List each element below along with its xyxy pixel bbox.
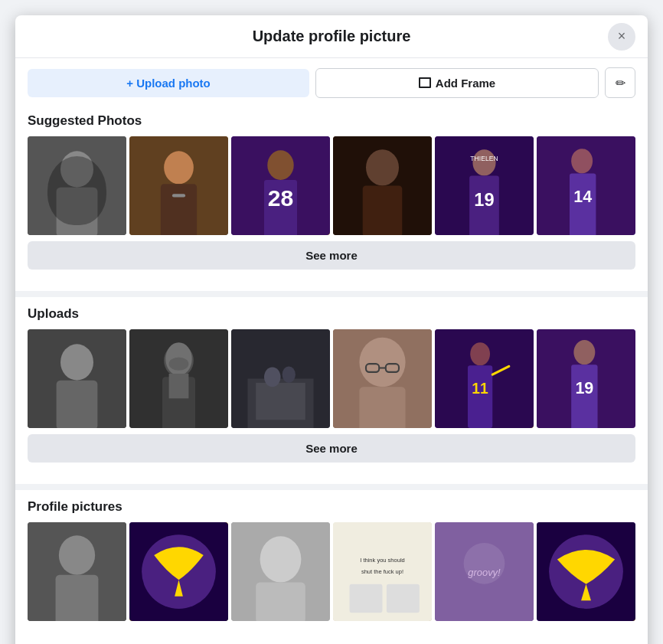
add-frame-button[interactable]: Add Frame (315, 68, 599, 98)
photo-svg (129, 136, 228, 235)
uploads-section: Uploads (15, 300, 648, 481)
svg-rect-31 (169, 374, 189, 398)
suggested-photo-3[interactable]: 28 (231, 136, 330, 235)
photo-inner: 14 (537, 136, 635, 235)
photo-svg (333, 136, 432, 235)
svg-rect-6 (172, 194, 185, 197)
photo-inner: 19 (537, 329, 635, 428)
profile-photo-4[interactable]: I think you should shut the fuck up! (333, 522, 432, 621)
photo-inner (537, 522, 635, 621)
svg-point-53 (59, 535, 95, 575)
svg-rect-39 (359, 387, 405, 428)
svg-point-35 (264, 367, 281, 387)
photo-svg (333, 329, 432, 428)
svg-rect-64 (387, 584, 420, 613)
profile-photo-grid: I think you should shut the fuck up! gro… (28, 522, 635, 621)
svg-point-67 (464, 543, 505, 584)
svg-rect-25 (57, 381, 98, 428)
photo-inner (28, 329, 126, 428)
suggested-photo-1[interactable] (28, 136, 126, 235)
svg-point-4 (164, 151, 194, 184)
svg-point-36 (283, 366, 296, 383)
suggested-photo-5[interactable]: 19 THIELEN (435, 136, 534, 235)
profile-photo-1[interactable] (28, 522, 126, 621)
photo-svg: 11 (435, 329, 534, 428)
photo-svg (537, 522, 635, 621)
uploads-photo-grid: 11 19 (28, 329, 635, 428)
suggested-see-more-label: See more (305, 249, 358, 262)
svg-rect-54 (56, 575, 99, 621)
upload-photo-1[interactable] (28, 329, 126, 428)
frame-icon (419, 77, 431, 88)
photo-svg: 19 (537, 329, 635, 428)
photo-inner (129, 329, 228, 428)
uploads-see-more-label: See more (305, 442, 358, 455)
svg-point-44 (470, 342, 490, 365)
photo-svg (28, 522, 126, 621)
suggested-see-more-button[interactable]: See more (28, 241, 635, 270)
profile-photo-2[interactable] (129, 522, 228, 621)
suggested-photo-grid: 28 (28, 136, 635, 235)
svg-rect-5 (161, 184, 197, 235)
profile-photo-6[interactable] (537, 522, 635, 621)
photo-inner: I think you should shut the fuck up! (333, 522, 432, 621)
photo-svg (129, 329, 228, 428)
upload-photo-2[interactable] (129, 329, 228, 428)
close-button[interactable]: × (608, 23, 635, 51)
edit-button[interactable]: ✏ (605, 67, 635, 98)
photo-inner (231, 522, 330, 621)
upload-label: + Upload photo (126, 77, 211, 90)
section-divider-2 (15, 484, 648, 490)
upload-photo-6[interactable]: 19 (537, 329, 635, 428)
svg-point-24 (60, 344, 93, 380)
svg-rect-63 (350, 584, 383, 613)
svg-rect-45 (468, 365, 492, 428)
suggested-photos-section: Suggested Photos (15, 107, 648, 288)
upload-photo-3[interactable] (231, 329, 330, 428)
edit-icon: ✏ (616, 76, 625, 90)
photo-svg (231, 329, 330, 428)
photo-inner (129, 522, 228, 621)
suggested-photo-2[interactable] (129, 136, 228, 235)
profile-photo-5[interactable]: groovy! (435, 522, 534, 621)
uploads-section-title: Uploads (28, 300, 635, 329)
photo-svg: groovy! (435, 522, 534, 621)
photo-svg (28, 329, 126, 428)
upload-photo-4[interactable] (333, 329, 432, 428)
photo-svg: I think you should shut the fuck up! (333, 522, 432, 621)
photo-inner: groovy! (435, 522, 534, 621)
suggested-section-title: Suggested Photos (28, 107, 635, 136)
svg-text:shut the fuck up!: shut the fuck up! (361, 568, 403, 575)
svg-text:I think you should: I think you should (360, 557, 405, 564)
suggested-photo-6[interactable]: 14 (537, 136, 635, 235)
photo-inner (333, 136, 432, 235)
svg-point-1 (60, 151, 93, 187)
uploads-see-more-button[interactable]: See more (28, 434, 635, 463)
section-divider-1 (15, 291, 648, 297)
svg-rect-34 (256, 383, 305, 420)
upload-photo-button[interactable]: + Upload photo (28, 69, 309, 97)
photo-svg (231, 522, 330, 621)
photo-svg: 28 (231, 136, 330, 235)
svg-point-15 (472, 149, 495, 175)
photo-svg: 19 THIELEN (435, 136, 534, 235)
photo-inner: 19 THIELEN (435, 136, 534, 235)
suggested-photo-4[interactable] (333, 136, 432, 235)
photo-inner (231, 329, 330, 428)
photo-inner (129, 136, 228, 235)
action-bar: + Upload photo Add Frame ✏ (15, 58, 648, 107)
upload-photo-5[interactable]: 11 (435, 329, 534, 428)
photo-inner: 28 (231, 136, 330, 235)
svg-text:28: 28 (268, 185, 293, 211)
photo-inner: 11 (435, 329, 534, 428)
svg-point-8 (267, 150, 293, 180)
profile-pictures-section: Profile pictures (15, 493, 648, 630)
close-icon: × (618, 28, 626, 44)
svg-rect-2 (57, 188, 98, 235)
profile-section-title: Profile pictures (28, 493, 635, 522)
modal-title: Update profile picture (253, 28, 411, 45)
svg-text:11: 11 (472, 380, 488, 397)
svg-point-30 (169, 358, 189, 371)
photo-inner (28, 522, 126, 621)
profile-photo-3[interactable] (231, 522, 330, 621)
